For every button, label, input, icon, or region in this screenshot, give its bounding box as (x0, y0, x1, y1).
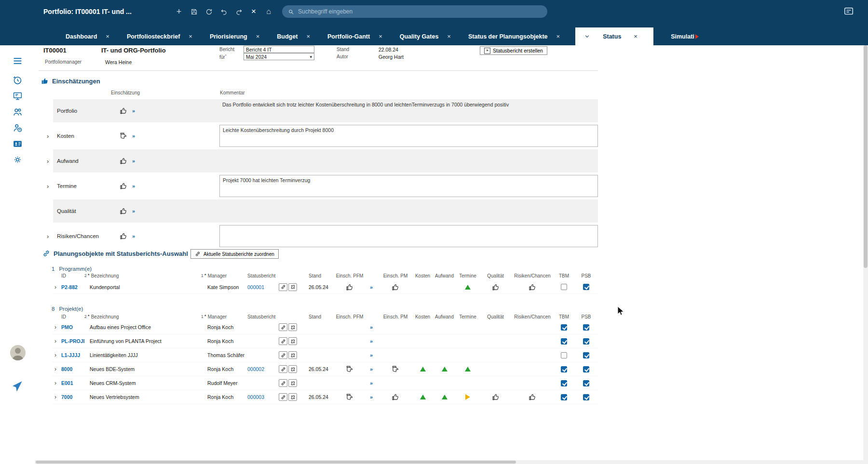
col-statusbericht[interactable]: Statusbericht (245, 314, 277, 319)
einsch-pm-icon[interactable] (379, 362, 412, 376)
kosten-status-icon[interactable] (412, 280, 433, 293)
risiken-status-icon[interactable] (511, 348, 554, 362)
col-termine[interactable]: Termine (456, 314, 480, 319)
tab-portfolio-gantt[interactable]: Portfolio-Gantt× (319, 27, 391, 45)
tbm-checkbox[interactable] (561, 284, 567, 290)
expander-icon[interactable]: › (47, 225, 49, 248)
comment-box[interactable] (219, 200, 598, 222)
col-manager[interactable]: 1▲Manager (201, 273, 245, 278)
planning-object-id[interactable]: PMO (59, 320, 84, 334)
termine-status-icon[interactable] (456, 320, 480, 334)
col-bezeichnung[interactable]: 2▲Bezeichnung (84, 314, 201, 319)
detail-chevron-icon[interactable]: » (132, 225, 135, 248)
kosten-status-icon[interactable] (412, 390, 433, 404)
link-report-button[interactable] (279, 323, 287, 331)
col-einsch-pm[interactable]: Einsch. PM (379, 273, 412, 278)
col-stand[interactable]: Stand (304, 273, 335, 278)
col-risiken[interactable]: Risiken/Chancen (511, 314, 554, 319)
tab-overflow-indicator-icon[interactable] (695, 34, 699, 39)
unlink-report-button[interactable] (288, 379, 297, 387)
qualitaet-status-icon[interactable] (480, 390, 511, 404)
redo-icon[interactable] (232, 0, 245, 23)
status-report-link[interactable] (245, 320, 277, 334)
risiken-status-icon[interactable] (511, 334, 554, 348)
psb-checkbox[interactable] (583, 338, 589, 345)
unlink-report-button[interactable] (288, 283, 297, 291)
qualitaet-status-icon[interactable] (480, 320, 511, 334)
detail-chevron-icon[interactable]: » (364, 334, 379, 348)
aufwand-status-icon[interactable] (433, 362, 456, 376)
col-bezeichnung[interactable]: 2▲Bezeichnung (84, 273, 201, 278)
team-icon[interactable] (13, 107, 23, 117)
tab-status-active[interactable]: Status × (575, 27, 653, 45)
unlink-report-button[interactable] (288, 351, 297, 359)
kosten-status-icon[interactable] (412, 362, 433, 376)
qualitaet-status-icon[interactable] (480, 334, 511, 348)
comment-box[interactable] (219, 150, 598, 172)
tab-close-icon[interactable]: × (634, 33, 637, 40)
planta-pointer-icon[interactable] (12, 380, 24, 393)
col-risiken[interactable]: Risiken/Chancen (511, 273, 554, 278)
risiken-status-icon[interactable] (511, 376, 554, 390)
kosten-status-icon[interactable] (412, 334, 433, 348)
tab-close-icon[interactable]: × (447, 33, 451, 40)
einsch-pfm-icon[interactable] (335, 320, 364, 334)
horizontal-scrollbar-thumb[interactable] (36, 461, 516, 464)
tab-close-icon[interactable]: × (379, 33, 382, 40)
einsch-pfm-icon[interactable] (335, 334, 364, 348)
close-icon[interactable]: × (247, 0, 260, 23)
assessment-icon[interactable] (120, 199, 127, 223)
col-kosten[interactable]: Kosten (412, 273, 433, 278)
expander-icon[interactable]: › (52, 376, 59, 390)
status-report-link[interactable]: 000002 (245, 362, 277, 376)
comment-box[interactable]: Das Portfolio entwickelt sich trotz leic… (219, 100, 598, 122)
qualitaet-status-icon[interactable] (480, 376, 511, 390)
detail-chevron-icon[interactable]: » (364, 390, 379, 404)
home-icon[interactable]: ⌂ (262, 0, 275, 23)
status-report-link[interactable] (245, 334, 277, 348)
tab-dashboard[interactable]: Dashboard× (57, 27, 118, 45)
einsch-pfm-icon[interactable] (335, 390, 364, 404)
unlink-report-button[interactable] (288, 323, 297, 331)
kosten-status-icon[interactable] (412, 320, 433, 334)
expander-icon[interactable]: › (52, 334, 59, 348)
planning-object-id[interactable]: 7000 (59, 390, 84, 404)
history-icon[interactable] (13, 75, 23, 85)
tbm-checkbox[interactable] (561, 338, 567, 345)
tab-close-icon[interactable]: × (189, 33, 192, 40)
planning-object-id[interactable]: P2-882 (59, 280, 84, 293)
link-report-button[interactable] (279, 351, 287, 359)
id-card-icon[interactable] (13, 139, 23, 149)
vertical-scrollbar-thumb[interactable] (864, 45, 868, 268)
user-avatar[interactable] (10, 345, 26, 360)
kosten-status-icon[interactable] (412, 348, 433, 362)
col-tbm[interactable]: TBM (554, 273, 574, 278)
col-termine[interactable]: Termine (456, 273, 480, 278)
risiken-status-icon[interactable] (511, 320, 554, 334)
detail-chevron-icon[interactable]: » (132, 149, 135, 172)
person-scheduling-icon[interactable] (13, 123, 23, 133)
new-panel-icon[interactable]: + (173, 0, 185, 23)
col-manager[interactable]: 1▲Manager (201, 314, 245, 319)
psb-checkbox[interactable] (583, 284, 589, 290)
tab-budget[interactable]: Budget× (268, 27, 319, 45)
tbm-checkbox[interactable] (561, 380, 567, 386)
psb-checkbox[interactable] (583, 394, 589, 400)
einsch-pm-icon[interactable] (379, 280, 412, 293)
psb-checkbox[interactable] (583, 324, 589, 331)
col-qualitaet[interactable]: Qualität (480, 273, 511, 278)
user-settings-icon[interactable] (13, 155, 23, 165)
detail-chevron-icon[interactable]: » (364, 320, 379, 334)
refresh-icon[interactable] (203, 0, 215, 23)
col-id[interactable]: ID (59, 314, 84, 319)
link-report-button[interactable] (279, 365, 287, 373)
status-report-link[interactable]: 000003 (245, 390, 277, 404)
einsch-pm-icon[interactable] (379, 320, 412, 334)
tab-close-icon[interactable]: × (306, 33, 310, 40)
tab-status-der-planungsobjekte[interactable]: Status der Planungsobjekte× (460, 27, 569, 45)
termine-status-icon[interactable] (456, 376, 480, 390)
planning-object-id[interactable]: L1-JJJJ (59, 348, 84, 362)
tab-simulation-truncated[interactable]: Simulati (666, 27, 695, 45)
einsch-pm-icon[interactable] (379, 390, 412, 404)
link-report-button[interactable] (279, 379, 287, 387)
